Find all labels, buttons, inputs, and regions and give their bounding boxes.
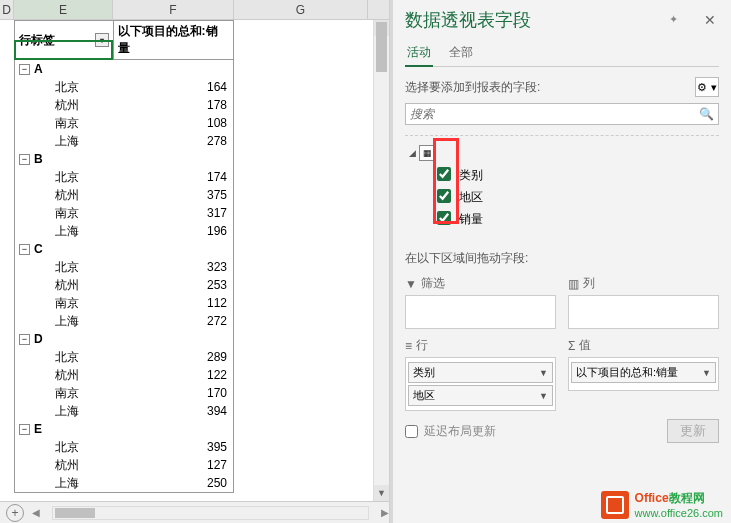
row-val[interactable]: 394 (114, 402, 233, 420)
row-val[interactable]: 122 (114, 366, 233, 384)
group-toggle[interactable]: −D (15, 330, 114, 348)
field-checkbox[interactable] (437, 167, 451, 181)
update-button[interactable]: 更新 (667, 419, 719, 443)
group-toggle[interactable]: −E (15, 420, 114, 438)
row-val[interactable]: 170 (114, 384, 233, 402)
row-city[interactable]: 上海 (15, 132, 114, 150)
row-city[interactable]: 杭州 (15, 276, 114, 294)
row-val[interactable]: 196 (114, 222, 233, 240)
row-city[interactable]: 杭州 (15, 456, 114, 474)
field-table-node[interactable]: ◢ ▦ (405, 142, 719, 164)
areas-grid: ▼筛选 ▥列 ≡行 类别▼ 地区▼ Σ值 以下项目的总和:销量▼ (405, 275, 719, 411)
row-val[interactable]: 317 (114, 204, 233, 222)
row-city[interactable]: 杭州 (15, 366, 114, 384)
row-city[interactable]: 南京 (15, 294, 114, 312)
field-item[interactable]: 地区 (405, 186, 719, 208)
row-val[interactable]: 375 (114, 186, 233, 204)
row-val[interactable]: 174 (114, 168, 233, 186)
col-header-e[interactable]: E (14, 0, 113, 19)
search-input[interactable]: 🔍 (405, 103, 719, 125)
row-field-item[interactable]: 类别▼ (408, 362, 553, 383)
collapse-icon[interactable]: − (19, 64, 30, 75)
row-city[interactable]: 上海 (15, 474, 114, 492)
values-drop-zone[interactable]: 以下项目的总和:销量▼ (568, 357, 719, 391)
chevron-down-icon[interactable]: ▼ (702, 368, 711, 378)
pane-pin-icon[interactable]: ✦ (669, 13, 683, 27)
chevron-down-icon[interactable]: ▼ (539, 391, 548, 401)
rows-drop-zone[interactable]: 类别▼ 地区▼ (405, 357, 556, 411)
collapse-icon[interactable]: − (19, 154, 30, 165)
scroll-thumb[interactable] (376, 22, 387, 72)
filter-dropdown-icon[interactable]: ▾ (95, 33, 109, 47)
values-area[interactable]: Σ值 以下项目的总和:销量▼ (568, 337, 719, 411)
tab-nav-prev-icon[interactable]: ◀ (32, 507, 40, 518)
row-city[interactable]: 北京 (15, 168, 114, 186)
gear-icon[interactable]: ⚙ ▾ (695, 77, 719, 97)
field-item[interactable]: 类别 (405, 164, 719, 186)
row-val[interactable]: 323 (114, 258, 233, 276)
row-city[interactable]: 上海 (15, 222, 114, 240)
tab-nav-next-icon[interactable]: ▶ (381, 507, 389, 518)
group-label: A (34, 60, 43, 78)
row-val[interactable]: 289 (114, 348, 233, 366)
scroll-down-icon[interactable]: ▼ (374, 485, 389, 501)
group-toggle[interactable]: −B (15, 150, 114, 168)
field-item[interactable]: 销量 (405, 208, 719, 230)
row-city[interactable]: 南京 (15, 204, 114, 222)
group-toggle[interactable]: −A (15, 60, 114, 78)
row-val[interactable]: 395 (114, 438, 233, 456)
pivot-rowlabels-header[interactable]: 行标签 ▾ (15, 21, 114, 59)
row-val[interactable]: 108 (114, 114, 233, 132)
vertical-scrollbar[interactable]: ▲ ▼ (373, 20, 389, 501)
collapse-icon[interactable]: − (19, 424, 30, 435)
field-checkbox[interactable] (437, 211, 451, 225)
filter-area[interactable]: ▼筛选 (405, 275, 556, 329)
row-val[interactable]: 253 (114, 276, 233, 294)
row-city[interactable]: 上海 (15, 312, 114, 330)
col-header-f[interactable]: F (113, 0, 234, 19)
row-city[interactable]: 杭州 (15, 96, 114, 114)
row-city[interactable]: 北京 (15, 78, 114, 96)
spreadsheet-area: D E F G 行标签 ▾ 以下项目的总和:销量 −A 北京164 杭州178 … (0, 0, 390, 523)
rows-area[interactable]: ≡行 类别▼ 地区▼ (405, 337, 556, 411)
collapse-icon[interactable]: − (19, 244, 30, 255)
row-val[interactable]: 112 (114, 294, 233, 312)
watermark-text: Office (635, 491, 669, 505)
row-val[interactable]: 250 (114, 474, 233, 492)
horizontal-scrollbar[interactable] (52, 506, 369, 520)
row-val[interactable]: 164 (114, 78, 233, 96)
row-val[interactable]: 278 (114, 132, 233, 150)
row-field-item[interactable]: 地区▼ (408, 385, 553, 406)
columns-area[interactable]: ▥列 (568, 275, 719, 329)
add-sheet-button[interactable]: + (6, 504, 24, 522)
row-city[interactable]: 北京 (15, 348, 114, 366)
scroll-thumb[interactable] (55, 508, 95, 518)
row-city[interactable]: 杭州 (15, 186, 114, 204)
row-city[interactable]: 北京 (15, 258, 114, 276)
pivot-sum-header[interactable]: 以下项目的总和:销量 (114, 21, 233, 59)
chevron-down-icon[interactable]: ▼ (539, 368, 548, 378)
item-label: 类别 (413, 365, 435, 380)
close-icon[interactable]: ✕ (701, 11, 719, 29)
row-city[interactable]: 上海 (15, 402, 114, 420)
col-header-d[interactable]: D (0, 0, 14, 19)
grid-body[interactable]: 行标签 ▾ 以下项目的总和:销量 −A 北京164 杭州178 南京108 上海… (0, 20, 389, 501)
field-checkbox[interactable] (437, 189, 451, 203)
columns-drop-zone[interactable] (568, 295, 719, 329)
filter-drop-zone[interactable] (405, 295, 556, 329)
row-val[interactable]: 127 (114, 456, 233, 474)
row-city[interactable]: 南京 (15, 114, 114, 132)
row-val[interactable]: 178 (114, 96, 233, 114)
defer-checkbox[interactable] (405, 425, 418, 438)
collapse-icon[interactable]: − (19, 334, 30, 345)
group-toggle[interactable]: −C (15, 240, 114, 258)
tab-active[interactable]: 活动 (405, 40, 433, 67)
row-val[interactable]: 272 (114, 312, 233, 330)
tab-all[interactable]: 全部 (447, 40, 475, 66)
row-city[interactable]: 北京 (15, 438, 114, 456)
col-header-g[interactable]: G (234, 0, 368, 19)
row-city[interactable]: 南京 (15, 384, 114, 402)
search-field[interactable] (410, 107, 699, 121)
value-field-item[interactable]: 以下项目的总和:销量▼ (571, 362, 716, 383)
areas-instruction: 在以下区域间拖动字段: (405, 250, 719, 267)
